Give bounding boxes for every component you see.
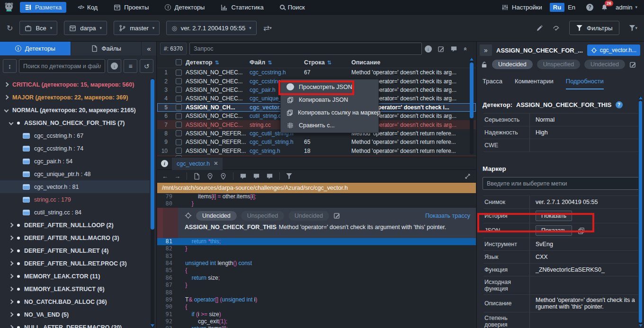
- expand-collapse-all-button[interactable]: ↕: [3, 59, 17, 73]
- help-icon[interactable]: ?: [586, 4, 593, 11]
- line-number[interactable]: 81: [157, 238, 179, 245]
- line-number[interactable]: 91: [157, 311, 179, 318]
- line-number[interactable]: 82: [157, 245, 179, 252]
- tree-item[interactable]: cgc_unique_ptr.h : 48: [0, 168, 150, 180]
- copy-icon[interactable]: [578, 227, 585, 234]
- line-number[interactable]: 90: [157, 303, 179, 310]
- tab-details[interactable]: Подробности: [566, 78, 604, 89]
- menu-compare-with[interactable]: Сравнить с...: [281, 119, 378, 132]
- row-file-link[interactable]: cgc_string.h: [250, 148, 304, 154]
- code-line[interactable]: 89 T& operator[] (unsigned int i): [157, 296, 476, 303]
- user-menu[interactable]: admin▾: [616, 4, 637, 11]
- marker-file-chip[interactable]: cgc_vector.h...: [587, 44, 640, 56]
- tree-chevron-icon[interactable]: [9, 223, 14, 228]
- tree-chevron-icon[interactable]: [9, 300, 14, 304]
- edit-status-icon[interactable]: [333, 212, 340, 219]
- row-checkbox[interactable]: [176, 87, 182, 93]
- back-button[interactable]: ←: [162, 173, 168, 180]
- line-number[interactable]: 93: [157, 325, 179, 328]
- tree-item[interactable]: NO_CATCH.BAD_ALLOC (36): [0, 295, 150, 308]
- nav-markup[interactable]: Разметка: [20, 2, 66, 13]
- line-number[interactable]: 86: [157, 275, 179, 282]
- collapse-details-button[interactable]: »: [480, 44, 492, 56]
- menu-copy-json[interactable]: Копировать JSON: [281, 93, 378, 106]
- line-number[interactable]: 84: [157, 260, 179, 267]
- menu-view-json[interactable]: iПросмотреть JSON: [281, 80, 378, 93]
- line-number[interactable]: 87: [157, 282, 179, 289]
- nav-statistics[interactable]: Статистика: [216, 2, 268, 13]
- app-logo[interactable]: [0, 1, 18, 13]
- status-pill[interactable]: Unspecified: [537, 60, 580, 69]
- filter-markers-icon[interactable]: [286, 173, 292, 179]
- tree-item[interactable]: DEREF_AFTER_NULL.RET (4): [0, 244, 150, 257]
- column-file[interactable]: Файл⇅: [250, 59, 304, 66]
- collapse-panel-icon[interactable]: »: [461, 47, 468, 50]
- compare-snapshots-button[interactable]: ⇄ ▾: [263, 24, 272, 33]
- status-pill[interactable]: Undecided: [288, 211, 329, 221]
- details-scrollbar[interactable]: [639, 97, 642, 327]
- tree-scrollbar[interactable]: [151, 78, 154, 328]
- row-checkbox[interactable]: [176, 113, 182, 119]
- file-location-icon[interactable]: [193, 173, 200, 180]
- next-marker-icon[interactable]: [220, 173, 227, 180]
- code-line[interactable]: 86 return size;: [157, 275, 476, 282]
- hide-comments-icon[interactable]: [266, 173, 273, 180]
- tree-chevron-icon[interactable]: [4, 82, 9, 87]
- code-line[interactable]: 80 }: [157, 200, 476, 207]
- project-dropdown[interactable]: darpa▾: [64, 21, 107, 35]
- tree-item[interactable]: cutil_string.cc : 84: [0, 206, 150, 219]
- download-circle-icon[interactable]: ↓: [425, 45, 432, 53]
- edit-icon[interactable]: [438, 45, 445, 53]
- scope-dropdown[interactable]: Все▾: [19, 21, 57, 35]
- tree-item[interactable]: DEREF_AFTER_NULL.LOOP (2): [0, 219, 150, 231]
- list-options-button[interactable]: ≡: [124, 59, 137, 73]
- clear-filters-button[interactable]: ▾: [629, 25, 637, 31]
- show-comments-icon[interactable]: [253, 173, 260, 180]
- code-line[interactable]: 82 }: [157, 245, 476, 252]
- tree-chevron-icon[interactable]: [9, 325, 14, 328]
- tree-chevron-icon[interactable]: [9, 261, 14, 266]
- tree-item[interactable]: NORMAL (детекторов: 20, маркеров: 2165): [0, 104, 150, 116]
- tab-files[interactable]: Файлы: [71, 42, 142, 55]
- marker-row[interactable]: 1 ASSIGN_NO_CHEC... cgc_ccstring.h 67 Me…: [157, 68, 476, 77]
- status-pill[interactable]: Undecided: [492, 60, 533, 69]
- line-number[interactable]: 89: [157, 296, 179, 303]
- tree-item[interactable]: DEREF_AFTER_NULL.MACRO (3): [0, 231, 150, 244]
- code-line[interactable]: 83: [157, 253, 476, 260]
- tree-search-input[interactable]: [19, 59, 105, 73]
- scrollbar-thumb[interactable]: [151, 79, 154, 230]
- query-input[interactable]: [189, 43, 422, 55]
- tree-item[interactable]: MAJOR (детекторов: 22, маркеров: 369): [0, 91, 150, 104]
- collapse-sidebar-button[interactable]: «: [142, 42, 156, 55]
- branch-dropdown[interactable]: master▾: [114, 21, 160, 35]
- row-file-link[interactable]: cgc_ccstring.h: [250, 69, 304, 76]
- scrollbar-thumb[interactable]: [639, 101, 642, 323]
- detector-help-icon[interactable]: ?: [616, 101, 623, 108]
- line-number[interactable]: 80: [157, 200, 179, 207]
- code-line[interactable]: 87 }: [157, 282, 476, 289]
- show-button[interactable]: Показать: [536, 211, 572, 221]
- code-line[interactable]: 79 items[i] = other.items[i];: [157, 193, 476, 200]
- forward-button[interactable]: →: [174, 173, 180, 180]
- row-checkbox[interactable]: [176, 130, 182, 136]
- edit-markup-button[interactable]: [536, 25, 543, 32]
- comment-icon[interactable]: [450, 45, 457, 53]
- tab-comments[interactable]: Комментарии: [515, 78, 554, 89]
- tree-item[interactable]: cgc_ccstring.h : 67: [0, 129, 150, 142]
- tab-trace[interactable]: Трасса: [483, 78, 502, 89]
- line-number[interactable]: 92: [157, 318, 179, 325]
- tree-chevron-icon[interactable]: [9, 312, 14, 317]
- scrollbar-thumb[interactable]: [470, 62, 474, 118]
- reset-button[interactable]: ↺: [140, 59, 153, 73]
- scroll-up-arrow[interactable]: [470, 58, 474, 61]
- tree-chevron-icon[interactable]: [4, 95, 9, 100]
- line-number[interactable]: 85: [157, 267, 179, 274]
- table-scrollbar[interactable]: [470, 58, 474, 154]
- row-checkbox[interactable]: [176, 78, 182, 84]
- tree-item[interactable]: cgc_vector.h : 81: [0, 180, 150, 193]
- tree-item[interactable]: MEMORY_LEAK.CTOR (11): [0, 270, 150, 283]
- code-line[interactable]: 84 unsigned int length() const: [157, 260, 476, 267]
- labels-input[interactable]: [483, 177, 638, 190]
- nav-detectors[interactable]: !Детекторы: [160, 2, 209, 13]
- tree-item[interactable]: NO_VA_END (5): [0, 308, 150, 321]
